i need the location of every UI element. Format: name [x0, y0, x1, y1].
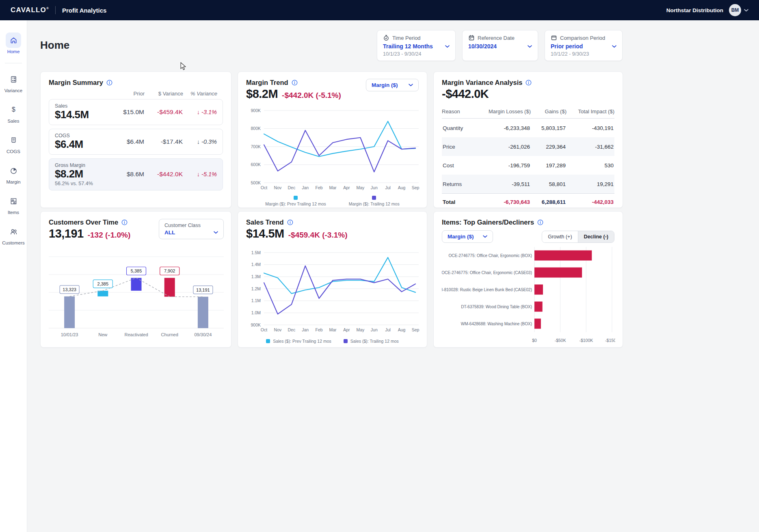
comparison-period-dropdown[interactable]: Prior period [551, 43, 616, 50]
margin-variance-card: Margin Variance Analysis -$442.0K Reason… [433, 71, 623, 208]
timer-icon [383, 35, 389, 41]
svg-text:-$50K: -$50K [555, 338, 566, 343]
avatar[interactable]: BM [729, 4, 741, 16]
margin-metric-dropdown[interactable]: Margin ($) [366, 79, 419, 91]
svg-text:Jul: Jul [385, 185, 390, 190]
svg-text:1.1M: 1.1M [251, 298, 261, 303]
margin-summary-card: Margin Summary Prior $ Variance % Varian… [40, 71, 231, 208]
tab-decline[interactable]: Decline (-) [578, 231, 614, 242]
card-title: Customers Over Time [49, 218, 118, 226]
svg-text:1.2M: 1.2M [251, 286, 261, 291]
card-title: Sales Trend [246, 218, 284, 226]
sales-trend-chart: 1.5M1.4M1.3M1.2M1.1M1.0M900KOctNovDecJan… [246, 249, 420, 334]
svg-text:Aug: Aug [398, 185, 406, 190]
sales-trend-delta: -$459.4K (-3.1%) [288, 231, 348, 240]
info-icon[interactable] [106, 80, 112, 86]
svg-text:New: New [98, 332, 107, 337]
reference-date-dropdown[interactable]: 10/30/2024 [468, 43, 532, 50]
svg-text:-$150K: -$150K [605, 338, 615, 343]
filter-range: 10/1/23 - 9/30/24 [383, 51, 450, 57]
receipt-icon [9, 136, 18, 145]
cavallo-logo: CAVALLO® [11, 6, 49, 14]
svg-text:900K: 900K [251, 322, 261, 327]
summary-row-cogs[interactable]: COGS $6.4M $6.4M -$17.4K ↓ -0.3% [49, 129, 223, 155]
calculator-icon [9, 75, 18, 84]
svg-text:13,323: 13,323 [63, 287, 76, 292]
svg-text:Dec: Dec [288, 185, 295, 190]
info-icon[interactable] [287, 219, 293, 225]
svg-text:OCE-2746775: Office Chair, Erg: OCE-2746775: Office Chair, Ergonomic (CA… [442, 270, 532, 275]
legend-swatch-current [344, 339, 348, 343]
summary-row-gross-margin[interactable]: Gross Margin $8.2M 56.2% vs. 57.4% $8.6M… [49, 158, 223, 190]
svg-text:Apr: Apr [343, 185, 350, 190]
svg-text:Dec: Dec [288, 327, 295, 332]
sidebar-item-cogs[interactable]: COGS [1, 132, 26, 154]
chevron-down-icon [483, 235, 487, 238]
sidebar-item-customers[interactable]: Customers [1, 224, 26, 245]
sidebar-item-label: Home [7, 49, 20, 54]
items-metric-dropdown[interactable]: Margin ($) [442, 230, 493, 243]
sales-trend-legend: Sales ($): Prev Trailing 12 mos Sales ($… [246, 339, 419, 344]
svg-text:Churned: Churned [161, 332, 178, 337]
chevron-down-icon [528, 45, 532, 48]
dollar-icon: $ [9, 106, 18, 114]
table-row[interactable]: Price -261,026 229,364 -31,662 [442, 137, 614, 156]
table-row[interactable]: Quantity -6,233,348 5,803,157 -430,191 [442, 119, 614, 137]
chevron-down-icon[interactable] [744, 9, 748, 12]
time-period-dropdown[interactable]: Trailing 12 Months [383, 43, 450, 50]
legend-swatch-prev [266, 339, 270, 343]
svg-text:800K: 800K [251, 126, 261, 131]
svg-text:DT-6375839: Wood Dining Table: DT-6375839: Wood Dining Table (BOX) [461, 305, 532, 309]
items-decliners-chart: $0-$50K-$100K-$150KOCE-2746775: Office C… [442, 247, 615, 345]
sidebar-item-margin[interactable]: Margin [1, 163, 26, 184]
card-title: Margin Summary [49, 79, 103, 87]
svg-text:May: May [356, 185, 365, 190]
svg-text:Aug: Aug [398, 327, 406, 332]
card-title: Margin Trend [246, 79, 288, 87]
sidebar-divider [5, 63, 22, 63]
svg-text:Oct: Oct [261, 185, 267, 190]
sidebar-item-sales[interactable]: $ Sales [1, 102, 26, 123]
svg-text:Mar: Mar [329, 327, 337, 332]
filter-label: Time Period [392, 35, 421, 41]
svg-text:Reactivated: Reactivated [124, 332, 148, 337]
user-menu[interactable]: BM [729, 4, 748, 16]
svg-text:Sep: Sep [412, 327, 420, 332]
customer-class-dropdown[interactable]: Customer Class ALL [159, 219, 224, 239]
down-arrow-icon: ↓ [197, 138, 200, 145]
topbar-divider [55, 6, 56, 14]
svg-text:13,191: 13,191 [196, 288, 210, 292]
margin-trend-value: $8.2M [246, 87, 278, 101]
svg-text:Nov: Nov [274, 327, 282, 332]
top-navbar: CAVALLO® Profit Analytics Northstar Dist… [0, 0, 759, 20]
down-arrow-icon: ↓ [197, 171, 200, 177]
table-row[interactable]: Returns -39,511 58,801 19,291 [442, 175, 614, 193]
svg-text:09/30/24: 09/30/24 [194, 332, 212, 337]
sidebar-item-items[interactable]: Items [1, 193, 26, 215]
sidebar-item-label: Items [8, 210, 19, 215]
tab-growth[interactable]: Growth (+) [542, 231, 577, 242]
svg-text:2,385: 2,385 [97, 281, 109, 286]
svg-text:700K: 700K [251, 144, 261, 149]
info-icon[interactable] [121, 219, 128, 225]
info-icon[interactable] [525, 80, 532, 86]
table-row[interactable]: Cost -196,759 197,289 530 [442, 156, 614, 175]
svg-text:Mar: Mar [329, 185, 337, 190]
sidebar-item-variance[interactable]: Variance [1, 71, 26, 93]
customers-waterfall-chart: 13,3232,3855,3857,90213,19110/01/23NewRe… [49, 254, 224, 340]
filter-range: 10/1/22 - 9/30/23 [551, 51, 616, 57]
svg-text:900K: 900K [251, 108, 261, 113]
legend-swatch-prev [294, 196, 298, 200]
svg-text:Jan: Jan [302, 327, 309, 332]
svg-text:$: $ [12, 106, 15, 113]
sidebar-item-label: Customers [2, 240, 25, 245]
sidebar-item-label: Variance [4, 88, 23, 93]
chevron-down-icon [409, 84, 413, 87]
margin-trend-chart: 900K800K700K600K500KOctNovDecJanFebMarAp… [246, 107, 420, 192]
sidebar-item-home[interactable]: Home [1, 32, 26, 54]
company-name: Northstar Distribution [666, 7, 723, 13]
summary-row-sales[interactable]: Sales $14.5M $15.0M -$459.4K ↓ -3.1% [49, 99, 223, 125]
info-icon[interactable] [537, 219, 543, 225]
info-icon[interactable] [292, 80, 298, 86]
filter-value: Trailing 12 Months [383, 43, 433, 50]
